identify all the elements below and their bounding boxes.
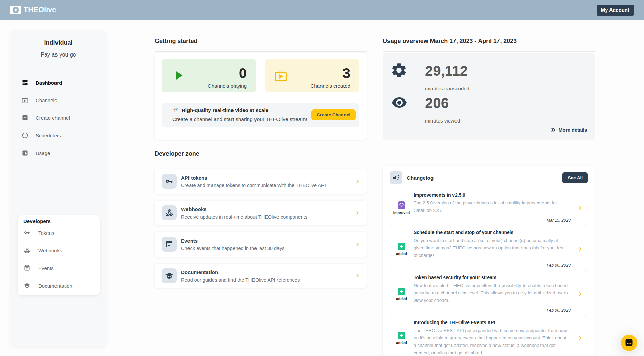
clock-icon <box>22 132 28 139</box>
sidebar-item-create-channel[interactable]: Create channel <box>10 109 106 127</box>
theolive-logo[interactable]: THEOlive <box>10 6 56 14</box>
tag-column: improved <box>390 192 414 224</box>
entry-description: The THEOlive REST API got expanded with … <box>414 327 569 356</box>
add-box-icon <box>22 114 28 121</box>
changelog-entry-improvements[interactable]: improved Improvements in v2.5.0 The 2.5.… <box>383 188 595 226</box>
plan-name: Individual <box>10 39 106 46</box>
sidebar-item-channels[interactable]: Channels <box>10 91 106 109</box>
card-description: Create and manage tokens to communicate … <box>181 183 326 188</box>
sidebar-item-dashboard[interactable]: Dashboard <box>10 74 106 91</box>
changelog-entry-events-api[interactable]: added Introducing the THEOlive Events AP… <box>383 316 595 356</box>
card-text: Events Check events that happened in the… <box>181 238 285 251</box>
rocket-icon <box>172 107 179 113</box>
card-description: Check events that happened in the last 3… <box>181 246 285 251</box>
entry-date: Feb 06, 2023 <box>414 262 578 269</box>
sidebar-item-documentation[interactable]: Documentation <box>18 277 100 294</box>
getting-started-card: 0 Channels playing 3 Channels created Hi… <box>155 53 367 140</box>
usage-column: Usage overview March 17, 2023 - April 17… <box>383 30 595 356</box>
play-icon <box>171 68 186 83</box>
entry-title: Improvements in v2.5.0 <box>414 192 578 198</box>
entry-description: New feature alert! THEOlive now offers t… <box>414 282 569 304</box>
heart-icon <box>398 201 405 209</box>
tag-label: added <box>396 252 407 256</box>
plan-type: Pay-as-you-go <box>10 52 106 58</box>
entry-title: Introducing the THEOlive Events API <box>414 319 578 326</box>
api-tokens-card[interactable]: API tokens Create and manage tokens to c… <box>155 169 367 194</box>
entry-date: Feb 06, 2023 <box>414 307 578 314</box>
sidebar-item-usage[interactable]: Usage <box>10 144 106 162</box>
card-text: Documentation Read our guides and find t… <box>181 269 300 283</box>
bar-chart-icon <box>22 150 28 156</box>
sidebar-item-label: Dashboard <box>36 80 62 86</box>
sidebar-item-schedulers[interactable]: Schedulers <box>10 127 106 144</box>
eye-icon <box>391 94 407 111</box>
chevron-right-icon <box>355 273 360 279</box>
chat-launcher-button[interactable] <box>621 335 637 351</box>
sidebar-item-label: Channels <box>36 97 57 103</box>
channels-playing-tile: 0 Channels playing <box>162 59 256 92</box>
create-channel-button[interactable]: Create Channel <box>311 109 356 120</box>
sidebar-item-label: Webhooks <box>38 248 62 253</box>
sidebar-item-label: Create channel <box>36 115 70 121</box>
channels-created-label: Channels created <box>265 83 359 89</box>
sidebar-item-label: Events <box>38 265 54 271</box>
card-title: Events <box>181 238 285 244</box>
sidebar: Individual Pay-as-you-go Dashboard Chann… <box>10 30 106 347</box>
stat-row: 0 Channels playing 3 Channels created <box>162 59 359 92</box>
sidebar-item-events[interactable]: Events <box>18 259 100 277</box>
changelog-entry-schedulers[interactable]: added Schedule the start and stop of you… <box>383 226 595 271</box>
chevron-right-icon <box>578 319 588 356</box>
chevron-right-icon <box>578 274 588 314</box>
top-bar: THEOlive My Account <box>0 0 644 20</box>
plus-icon <box>398 288 405 295</box>
sidebar-item-label: Schedulers <box>36 133 61 138</box>
changelog-card: Changelog See All improved Improvements … <box>383 166 595 356</box>
brand-name: THEOlive <box>24 6 56 14</box>
key-icon <box>162 174 177 189</box>
minutes-transcoded-value: 29,112 <box>425 63 468 79</box>
changelog-entry-token-security[interactable]: added Token based security for your stre… <box>383 271 595 316</box>
documentation-card[interactable]: Documentation Read our guides and find t… <box>155 264 367 288</box>
entry-description: The 2.5.0 version of the player brings a… <box>414 199 569 214</box>
developer-zone-title: Developer zone <box>155 150 367 157</box>
gear-icon <box>390 62 408 79</box>
chevron-right-icon <box>578 229 588 269</box>
card-title: API tokens <box>181 175 326 181</box>
webhooks-card[interactable]: Webhooks Receive updates in real-time ab… <box>155 201 367 225</box>
calendar-icon <box>24 265 30 271</box>
tag-column: added <box>390 319 414 356</box>
changelog-title: Changelog <box>407 175 434 181</box>
my-account-button[interactable]: My Account <box>597 5 634 16</box>
plus-icon <box>398 332 405 339</box>
minutes-viewed-label: minutes viewed <box>425 118 460 124</box>
graduation-cap-icon <box>24 282 30 289</box>
promo-strip: High-quality real-time video at scale Cr… <box>162 103 359 127</box>
theolive-logo-icon <box>10 6 21 14</box>
sidebar-item-label: Tokens <box>38 230 54 236</box>
entry-description: Do you want to start and stop a (set of … <box>414 237 569 259</box>
chat-bubble-icon <box>625 338 634 347</box>
dashboard-icon <box>22 79 28 86</box>
card-title: Webhooks <box>181 206 307 212</box>
sidebar-item-label: Usage <box>36 150 50 156</box>
live-tv-icon <box>22 97 28 104</box>
tag-label: improved <box>393 210 410 215</box>
plan-divider <box>17 65 99 65</box>
see-all-button[interactable]: See All <box>562 172 588 183</box>
sidebar-nav: Dashboard Channels Create channel Schedu… <box>10 74 106 162</box>
section-divider <box>155 162 367 162</box>
sidebar-item-tokens[interactable]: Tokens <box>18 224 100 242</box>
entry-date: Mar 15, 2023 <box>414 217 578 224</box>
card-description: Receive updates in real-time about THEOl… <box>181 214 307 220</box>
sidebar-item-webhooks[interactable]: Webhooks <box>18 242 100 259</box>
usage-overview-card: 29,112 minutes transcoded 206 minutes vi… <box>383 53 595 140</box>
channels-created-tile: 3 Channels created <box>265 59 359 92</box>
developers-box: Developers Tokens Webhooks Events Docume… <box>18 215 100 295</box>
changelog-header: Changelog See All <box>383 166 595 188</box>
entry-body: Improvements in v2.5.0 The 2.5.0 version… <box>414 192 578 224</box>
card-text: Webhooks Receive updates in real-time ab… <box>181 206 307 220</box>
section-divider <box>383 51 595 52</box>
events-card[interactable]: Events Check events that happened in the… <box>155 232 367 257</box>
graduation-cap-icon <box>162 268 177 283</box>
more-details-link[interactable]: More details <box>550 127 587 133</box>
